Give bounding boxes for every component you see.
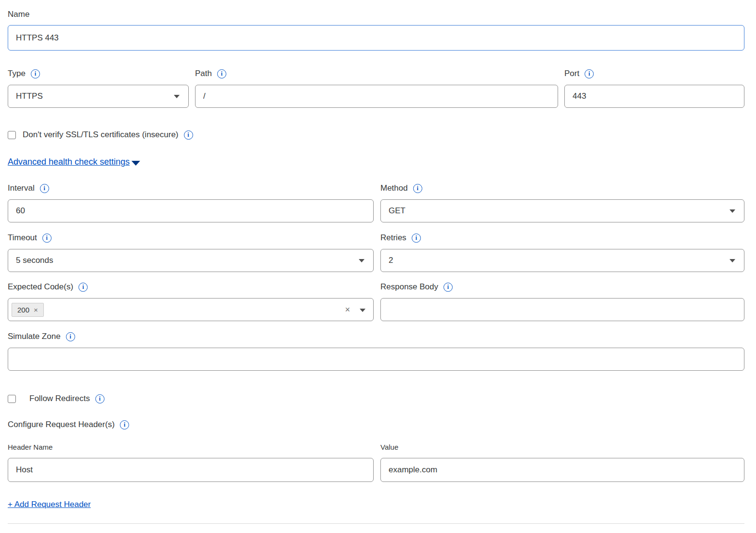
header-name-field: Header Name [8, 443, 374, 482]
port-field: Port i [564, 68, 744, 108]
path-label-row: Path i [195, 68, 558, 79]
retries-select[interactable]: 2 [380, 249, 744, 272]
retries-label-row: Retries i [380, 233, 744, 243]
expected-code-tag-label: 200 [17, 306, 29, 314]
follow-redirects-checkbox[interactable] [8, 395, 16, 403]
verify-ssl-checkbox[interactable] [8, 131, 16, 139]
interval-method-row: Interval i Method i GET [8, 183, 744, 222]
simulate-zone-field: Simulate Zone i [8, 331, 744, 371]
header-name-input[interactable] [8, 458, 374, 482]
retries-select-value: 2 [389, 256, 393, 265]
response-body-label-row: Response Body i [380, 282, 744, 292]
timeout-label: Timeout [8, 233, 37, 243]
timeout-info-icon[interactable]: i [42, 234, 52, 243]
add-request-header-link[interactable]: + Add Request Header [8, 500, 91, 509]
clear-all-icon[interactable]: × [345, 305, 350, 315]
interval-label-row: Interval i [8, 183, 374, 194]
port-input[interactable] [564, 85, 744, 108]
header-value-field: Value [380, 443, 744, 482]
section-divider [8, 523, 744, 524]
path-label: Path [195, 68, 212, 79]
chevron-down-icon[interactable] [730, 209, 735, 213]
interval-info-icon[interactable]: i [40, 184, 49, 193]
verify-ssl-row: Don't verify SSL/TLS certificates (insec… [8, 130, 744, 140]
chevron-down-icon[interactable] [359, 259, 365, 262]
request-headers-section-row: Configure Request Header(s) i [8, 419, 744, 430]
timeout-label-row: Timeout i [8, 233, 374, 243]
method-label: Method [380, 183, 408, 194]
retries-info-icon[interactable]: i [412, 234, 421, 243]
simulate-zone-label-row: Simulate Zone i [8, 331, 744, 342]
header-row: Header Name Value [8, 443, 744, 482]
add-header-row: + Add Request Header [8, 500, 744, 509]
advanced-settings-row: Advanced health check settings [8, 157, 744, 167]
method-select-value: GET [389, 206, 405, 216]
type-info-icon[interactable]: i [31, 69, 40, 78]
remove-tag-icon[interactable]: × [34, 306, 38, 314]
type-select-value: HTTPS [16, 91, 43, 101]
path-input[interactable] [195, 85, 558, 108]
timeout-field: Timeout i 5 seconds [8, 233, 374, 272]
timeout-select-value: 5 seconds [16, 256, 53, 265]
expected-codes-field: Expected Code(s) i 200 × × [8, 282, 374, 321]
header-name-label: Header Name [8, 443, 374, 451]
simulate-zone-input[interactable] [8, 348, 744, 371]
retries-field: Retries i 2 [380, 233, 744, 272]
add-request-header-link-label: + Add Request Header [8, 500, 91, 509]
follow-redirects-info-icon[interactable]: i [95, 394, 104, 403]
advanced-settings-link[interactable]: Advanced health check settings [8, 157, 140, 167]
codes-body-row: Expected Code(s) i 200 × × Response Body… [8, 282, 744, 321]
port-label-row: Port i [564, 68, 744, 79]
path-info-icon[interactable]: i [217, 69, 226, 78]
interval-input[interactable] [8, 199, 374, 222]
type-field: Type i HTTPS [8, 68, 189, 108]
name-label-row: Name [8, 0, 744, 20]
method-label-row: Method i [380, 183, 744, 194]
type-label-row: Type i [8, 68, 189, 79]
path-field: Path i [195, 68, 558, 108]
type-path-port-row: Type i HTTPS Path i Port i [8, 68, 744, 108]
header-value-label: Value [380, 443, 744, 451]
expected-code-tag: 200 × [12, 303, 44, 317]
expected-codes-label: Expected Code(s) [8, 282, 73, 292]
timeout-select[interactable]: 5 seconds [8, 249, 374, 272]
response-body-input[interactable] [380, 298, 744, 321]
header-value-input[interactable] [380, 458, 744, 482]
response-body-field: Response Body i [380, 282, 744, 321]
interval-label: Interval [8, 183, 35, 194]
method-field: Method i GET [380, 183, 744, 222]
interval-field: Interval i [8, 183, 374, 222]
triangle-down-icon [131, 161, 140, 166]
verify-ssl-info-icon[interactable]: i [184, 130, 193, 140]
port-label: Port [564, 68, 579, 79]
verify-ssl-label: Don't verify SSL/TLS certificates (insec… [23, 130, 179, 140]
health-check-form: Name Type i HTTPS Path i Port i [8, 0, 744, 524]
retries-label: Retries [380, 233, 406, 243]
request-headers-info-icon[interactable]: i [120, 420, 129, 429]
chevron-down-icon[interactable] [174, 95, 180, 98]
expected-codes-label-row: Expected Code(s) i [8, 282, 374, 292]
name-input[interactable] [8, 25, 744, 51]
name-label: Name [8, 9, 29, 20]
advanced-settings-link-label: Advanced health check settings [8, 157, 130, 167]
type-select[interactable]: HTTPS [8, 85, 189, 108]
method-info-icon[interactable]: i [413, 184, 422, 193]
response-body-label: Response Body [380, 282, 438, 292]
expected-codes-info-icon[interactable]: i [78, 283, 88, 292]
follow-redirects-row: Follow Redirects i [8, 394, 744, 403]
timeout-retries-row: Timeout i 5 seconds Retries i 2 [8, 233, 744, 272]
chevron-down-icon[interactable] [730, 259, 735, 262]
simulate-zone-label: Simulate Zone [8, 331, 61, 342]
method-select[interactable]: GET [380, 199, 744, 222]
expected-codes-multiselect[interactable]: 200 × × [8, 298, 374, 321]
request-headers-section-label: Configure Request Header(s) [8, 419, 115, 430]
chevron-down-icon[interactable] [360, 309, 365, 312]
simulate-zone-info-icon[interactable]: i [66, 332, 75, 341]
port-info-icon[interactable]: i [585, 69, 594, 78]
type-label: Type [8, 68, 26, 79]
response-body-info-icon[interactable]: i [443, 283, 453, 292]
multiselect-controls: × [345, 305, 365, 315]
follow-redirects-label: Follow Redirects [29, 394, 90, 403]
